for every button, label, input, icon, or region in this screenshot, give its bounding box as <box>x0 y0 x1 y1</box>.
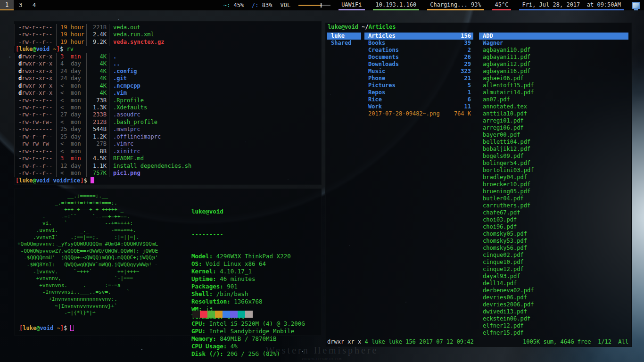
ranger-preview-item[interactable]: chomsky56.pdf <box>479 245 628 252</box>
ranger-preview-item[interactable]: dwivedi13.pdf <box>479 308 628 315</box>
ranger-item-name: devries06.pdf <box>483 294 527 301</box>
file-row: -rw-r--r--<mon73B.Rprofile <box>15 97 321 104</box>
ranger-preview-item[interactable]: anttila10.pdf <box>479 110 628 117</box>
ranger-preview-item[interactable]: choi03.pdf <box>479 216 628 223</box>
prompt-bracket-close: ] <box>80 177 83 184</box>
datetime-module[interactable]: Fri, Jul 28, 2017 at 09:50AM <box>519 0 624 10</box>
ranger-directory-item[interactable]: Rice6 <box>364 96 473 103</box>
battery-module[interactable]: Charging... 93% <box>427 0 484 10</box>
ranger-directory-item[interactable]: Articles156 <box>364 33 473 40</box>
ranger-preview-item[interactable]: elfner15.pdf <box>479 329 628 337</box>
file-name: .git <box>109 75 321 82</box>
root-usage-module[interactable]: /: 83% <box>252 0 272 10</box>
ranger-preview-item[interactable]: ADD <box>479 33 628 40</box>
ranger-directory-item[interactable]: Downloads29 <box>364 61 473 68</box>
ranger-preview-item[interactable]: bobaljik12.pdf <box>479 146 628 153</box>
ranger-preview-item[interactable]: annotated.tex <box>479 103 628 110</box>
ranger-preview-item[interactable]: arregi01.pdf <box>479 117 628 124</box>
ranger-preview-item[interactable]: agbayani12.pdf <box>479 61 628 68</box>
ranger-preview-item[interactable]: agbayani10.pdf <box>479 47 628 54</box>
file-row: -rw-r--r--19hour221Bveda.out <box>15 24 321 31</box>
ranger-preview-item[interactable]: bolinger54.pdf <box>479 160 628 167</box>
home-usage-module[interactable]: ~: 45% <box>223 0 244 10</box>
ranger-preview-item[interactable]: bayer00.pdf <box>479 132 628 139</box>
ranger-preview-item[interactable]: broecker10.pdf <box>479 181 628 188</box>
ranger-directory-item[interactable]: Work11 <box>364 103 473 110</box>
ranger-parent-item[interactable]: Shared <box>327 40 361 47</box>
ranger-preview-item[interactable]: choi96.pdf <box>479 223 628 230</box>
wifi-module[interactable]: UAWiFi <box>339 0 364 10</box>
ranger-preview-item[interactable]: elfner12.pdf <box>479 322 628 329</box>
ranger-preview-item[interactable]: dayal93.pdf <box>479 273 628 280</box>
temperature-module[interactable]: 45°C <box>492 0 512 10</box>
ranger-item-name: Repos <box>368 89 385 96</box>
ranger-preview-item[interactable]: Wagner <box>479 40 628 47</box>
ranger-preview-item[interactable]: cinque12.pdf <box>479 266 628 273</box>
file-permissions: drwxr-xr-x <box>15 90 56 97</box>
ranger-preview-item[interactable]: bradley04.pdf <box>479 174 628 181</box>
workspace-4[interactable]: 4 <box>27 0 41 10</box>
file-name: .bash_profile <box>109 119 321 126</box>
ranger-parent-item[interactable]: luke <box>327 33 361 40</box>
ranger-preview-item[interactable]: cinque02.pdf <box>479 252 628 259</box>
ranger-preview-item[interactable]: aghaei06.pdf <box>479 75 628 82</box>
ranger-preview-item[interactable]: butler04.pdf <box>479 195 628 202</box>
ranger-directory-item[interactable]: Documents26 <box>364 54 473 61</box>
ranger-directory-item[interactable]: Pictures5 <box>364 82 473 89</box>
workspace-3[interactable]: 3 <box>14 0 27 10</box>
ip-address-module[interactable]: 10.193.1.160 <box>373 0 420 10</box>
terminal-window-neofetch[interactable]: __.;=====;.__ _.=+==++=++=+=+===;. -=+++… <box>14 189 322 336</box>
file-date-unit: mon <box>71 119 81 126</box>
ranger-preview-item[interactable]: almutairi14.pdf <box>479 89 628 96</box>
ranger-status-permissions: drwxr-xr-x <box>327 338 361 345</box>
shell-prompt-line[interactable]: [luke@void ~]$ <box>18 325 74 331</box>
ranger-item-name: chomsky53.pdf <box>483 238 527 245</box>
ranger-preview-item[interactable]: eckstein06.pdf <box>479 315 628 322</box>
ranger-preview-item[interactable]: bruening05.pdf <box>479 188 628 195</box>
ranger-preview-item[interactable]: an07.pdf <box>479 96 628 103</box>
ranger-directory-item[interactable]: Repos1 <box>364 89 473 96</box>
workspace-1[interactable]: 1 <box>0 0 14 10</box>
ranger-directory-item[interactable]: Books39 <box>364 40 473 47</box>
prompt-dollar: $ <box>60 46 66 52</box>
ranger-directory-item[interactable]: Phone21 <box>364 75 473 82</box>
neofetch-info-value: 901 <box>227 283 238 290</box>
ranger-preview-item[interactable]: allentoft15.pdf <box>479 82 628 89</box>
ranger-preview-item[interactable]: devries06.pdf <box>479 294 628 301</box>
ranger-preview-item[interactable]: dell14.pdf <box>479 280 628 287</box>
display-tray-item[interactable] <box>632 0 640 10</box>
ranger-preview-item[interactable]: carruthers.pdf <box>479 202 628 209</box>
ranger-window[interactable]: luke@void ~/Articles lukeShared Articles… <box>325 23 632 347</box>
file-size: 221B <box>86 24 109 31</box>
neofetch-info-value: Void Linux x86_64 <box>206 260 266 267</box>
ranger-preview-item[interactable]: bortolini03.pdf <box>479 167 628 174</box>
file-date-unit: day <box>71 75 81 82</box>
shell-prompt[interactable]: [luke@void ~]$ <box>17 325 74 331</box>
ranger-item-name: bobaljik12.pdf <box>483 146 530 153</box>
ranger-preview-item[interactable]: chafe67.pdf <box>479 209 628 216</box>
terminal-window-files[interactable]: -rw-r--r--19hour221Bveda.out-rw-r--r--19… <box>14 21 322 185</box>
ranger-preview-item[interactable]: chomsky53.pdf <box>479 238 628 245</box>
ranger-preview-item[interactable]: agbayani11.pdf <box>479 54 628 61</box>
terminal-cursor <box>91 177 94 183</box>
volume-label: VOL <box>280 0 290 10</box>
desktop: Western Hemisphere gucken.deviantart.com… <box>0 0 644 362</box>
ranger-preview-item[interactable]: derbeneva02.pdf <box>479 287 628 294</box>
ranger-preview-item[interactable]: bogels09.pdf <box>479 153 628 160</box>
shell-prompt-line[interactable]: [luke@void ~]$ rv <box>15 46 321 53</box>
ranger-preview-item[interactable]: devries2006.pdf <box>479 301 628 308</box>
ranger-directory-item[interactable]: Music323 <box>364 68 473 75</box>
ranger-current-column: Articles156Books39Creations2Documents26D… <box>364 33 473 117</box>
ranger-media-file-item[interactable]: 2017-07-28-09482~.png764 K <box>364 110 473 117</box>
shell-prompt-line[interactable]: [luke@void voidrice]$ <box>15 177 321 184</box>
ranger-preview-item[interactable]: chomsky05.pdf <box>479 230 628 238</box>
ranger-preview-item[interactable]: agbayani16.pdf <box>479 68 628 75</box>
ranger-preview-item[interactable]: arregi06.pdf <box>479 124 628 132</box>
ranger-directory-item[interactable]: Creations2 <box>364 47 473 54</box>
home-usage-value: 45% <box>230 2 244 8</box>
ranger-preview-item[interactable]: cinque10.pdf <box>479 259 628 266</box>
ranger-preview-item[interactable]: belletti04.pdf <box>479 139 628 146</box>
volume-slider[interactable] <box>298 0 330 10</box>
ranger-item-name: anttila10.pdf <box>483 110 527 117</box>
neofetch-info: luke@void --------- Model: 4290W3X Think… <box>191 193 305 362</box>
